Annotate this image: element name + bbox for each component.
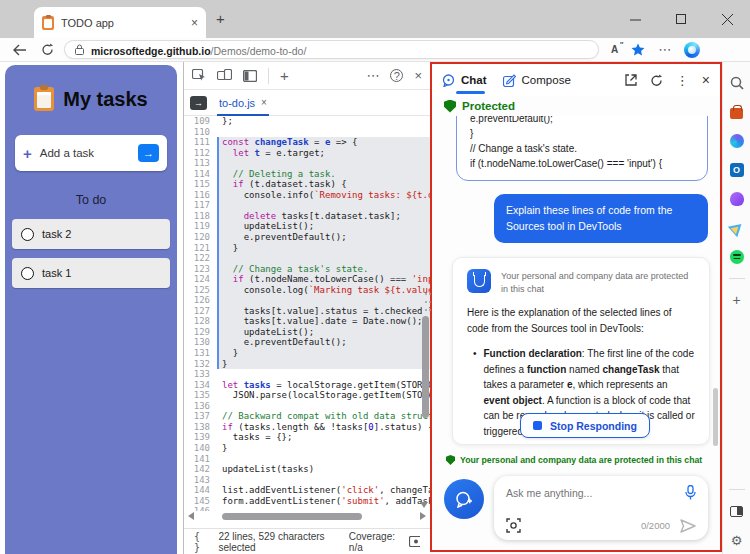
microsoft-365-icon[interactable]: [729, 133, 745, 149]
code-line[interactable]: 142updateList(tasks): [184, 464, 430, 475]
code-line[interactable]: 141: [184, 454, 430, 465]
code-line[interactable]: 140}: [184, 443, 430, 454]
code-line[interactable]: 124 if (t.nodeName.toLowerCase() === 'in…: [184, 274, 430, 285]
scroll-right-arrow-icon[interactable]: [420, 512, 426, 520]
code-line[interactable]: 133: [184, 369, 430, 380]
add-to-sidebar-icon[interactable]: +: [729, 292, 745, 308]
code-line[interactable]: 134let tasks = localStorage.getItem(STOR…: [184, 380, 430, 391]
copilot-icon[interactable]: [684, 42, 700, 58]
minimize-button[interactable]: [612, 0, 658, 38]
maximize-button[interactable]: [658, 0, 704, 38]
send-icon[interactable]: [680, 519, 696, 533]
refresh-button[interactable]: [38, 41, 56, 59]
chat-scrollbar[interactable]: [713, 388, 718, 446]
add-task-submit-button[interactable]: →: [138, 144, 159, 162]
search-icon[interactable]: [729, 75, 745, 91]
shopping-icon[interactable]: [729, 104, 745, 120]
code-line[interactable]: 132}: [184, 359, 430, 370]
refresh-chat-icon[interactable]: [650, 74, 663, 87]
chat-input-placeholder[interactable]: Ask me anything...: [506, 487, 685, 499]
code-line[interactable]: 139 tasks = {};: [184, 432, 430, 443]
task-item[interactable]: task 2: [12, 219, 170, 249]
tab-close-icon[interactable]: ×: [191, 16, 198, 30]
code-line[interactable]: 116 console.info(`Removing tasks: ${t.da…: [184, 190, 430, 201]
device-toolbar-icon[interactable]: [217, 69, 232, 82]
devtools-more-icon[interactable]: ⋯: [366, 68, 379, 83]
code-line[interactable]: 113: [184, 158, 430, 169]
games-icon[interactable]: [729, 191, 745, 207]
code-line[interactable]: 125 console.log(`Marking task ${t.value}…: [184, 285, 430, 296]
code-line[interactable]: 123 // Change a task's state.: [184, 264, 430, 275]
code-line[interactable]: 145form.addEventListener('submit', addTa…: [184, 496, 430, 507]
screenshot-capture-icon[interactable]: [506, 518, 521, 533]
source-tab-close-icon[interactable]: ×: [261, 97, 267, 108]
stop-responding-button[interactable]: Stop Responding: [520, 413, 650, 438]
code-line[interactable]: 120 e.preventDefault();: [184, 232, 430, 243]
outlook-icon[interactable]: O: [729, 162, 745, 178]
help-icon[interactable]: ?: [390, 69, 403, 82]
code-line[interactable]: 112 let t = e.target;: [184, 148, 430, 159]
task-checkbox-icon[interactable]: [21, 228, 34, 241]
close-window-button[interactable]: [704, 0, 750, 38]
code-line[interactable]: 110: [184, 127, 430, 138]
kebab-menu-icon[interactable]: ⋮: [676, 73, 689, 88]
code-line[interactable]: 135 JSON.parse(localStorage.getItem(STOR…: [184, 390, 430, 401]
code-line[interactable]: 111const changeTask = e => {: [184, 137, 430, 148]
show-navigator-icon[interactable]: →: [190, 96, 207, 110]
open-in-window-icon[interactable]: [625, 74, 637, 86]
inspect-element-icon[interactable]: [192, 69, 206, 82]
code-line[interactable]: 144list.addEventListener('click', change…: [184, 485, 430, 496]
sidebar-resize-handle[interactable]: [425, 293, 431, 315]
devtools-close-icon[interactable]: ×: [414, 68, 422, 83]
editor-vertical-scrollbar[interactable]: [422, 316, 429, 418]
screencast-icon[interactable]: [409, 536, 420, 547]
settings-more-icon[interactable]: ⋯: [658, 42, 671, 57]
hscroll-thumb[interactable]: [222, 513, 362, 520]
browser-tab[interactable]: TODO app ×: [34, 7, 206, 38]
code-editor[interactable]: 109};110111const changeTask = e => {112 …: [184, 116, 430, 511]
task-checkbox-icon[interactable]: [21, 267, 34, 280]
spotify-icon[interactable]: [729, 249, 745, 265]
back-button[interactable]: [10, 41, 28, 59]
source-file-tab[interactable]: to-do.js ×: [217, 90, 269, 116]
toggle-sidebar-icon[interactable]: [729, 503, 745, 519]
code-line[interactable]: 118 delete tasks[t.dataset.task];: [184, 211, 430, 222]
code-line[interactable]: 122: [184, 253, 430, 264]
code-line[interactable]: 114 // Deleting a task.: [184, 169, 430, 180]
code-line[interactable]: 130 e.preventDefault();: [184, 337, 430, 348]
tab-compose[interactable]: Compose: [503, 64, 571, 96]
address-bar[interactable]: microsoftedge.github.io/Demos/demo-to-do…: [64, 40, 599, 59]
close-copilot-icon[interactable]: ×: [702, 72, 710, 88]
code-line[interactable]: 115 if (t.dataset.task) {: [184, 179, 430, 190]
panel-layout-icon[interactable]: [243, 70, 257, 82]
microphone-icon[interactable]: [685, 485, 696, 500]
settings-gear-icon[interactable]: ⚙: [729, 532, 745, 548]
favorite-star-icon[interactable]: [631, 43, 645, 57]
code-line[interactable]: 126: [184, 295, 430, 306]
pretty-print-icon[interactable]: { }: [194, 531, 208, 553]
code-line[interactable]: 121 }: [184, 243, 430, 254]
code-line[interactable]: 143: [184, 475, 430, 486]
chat-scroll-area[interactable]: e.preventDefault();}// Change a task's s…: [432, 116, 720, 451]
code-line[interactable]: 128 tasks[t.value].date = Date.now();: [184, 316, 430, 327]
chat-input-box[interactable]: Ask me anything... 0/2000: [494, 476, 708, 540]
task-item[interactable]: task 1: [12, 258, 170, 288]
code-line[interactable]: 117: [184, 200, 430, 211]
code-line[interactable]: 129 updateList();: [184, 327, 430, 338]
code-line[interactable]: 136: [184, 401, 430, 412]
drop-icon[interactable]: [729, 220, 745, 236]
code-line[interactable]: 109};: [184, 116, 430, 127]
code-line[interactable]: 138if (tasks.length && !tasks[0].status)…: [184, 422, 430, 433]
code-line[interactable]: 119 updateList();: [184, 221, 430, 232]
code-line[interactable]: 137// Backward compat with old data stru…: [184, 411, 430, 422]
editor-horizontal-scrollbar[interactable]: [184, 510, 430, 522]
scroll-left-arrow-icon[interactable]: [188, 512, 194, 520]
tab-chat[interactable]: Chat: [442, 64, 487, 96]
add-panel-icon[interactable]: +: [280, 67, 289, 84]
read-aloud-icon[interactable]: A: [611, 44, 618, 55]
code-line[interactable]: 127 tasks[t.value].status = t.checked ? …: [184, 306, 430, 317]
code-line[interactable]: 131 }: [184, 348, 430, 359]
new-topic-button[interactable]: [444, 479, 484, 519]
scroll-down-arrow-icon[interactable]: [420, 502, 428, 508]
add-task-input[interactable]: + Add a task →: [15, 135, 167, 171]
